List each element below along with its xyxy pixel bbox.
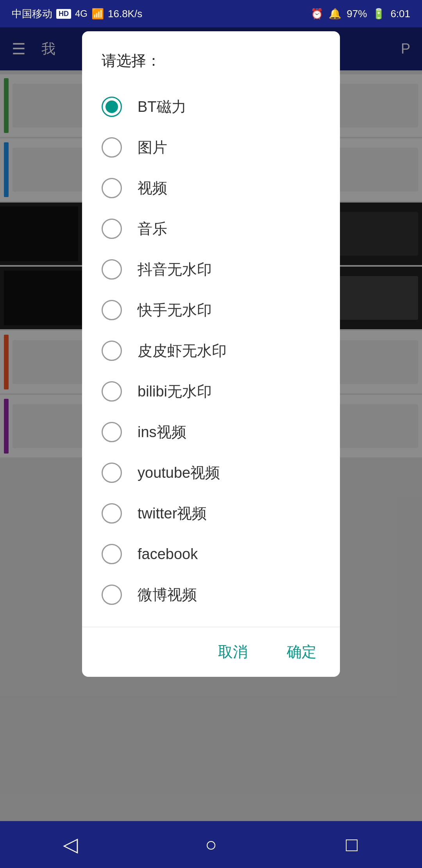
dialog-overlay: 请选择： BT磁力图片视频音乐抖音无水印快手无水印皮皮虾无水印bilibi无水印…	[0, 0, 422, 868]
radio-item-kuaishou[interactable]: 快手无水印	[102, 290, 320, 330]
radio-list: BT磁力图片视频音乐抖音无水印快手无水印皮皮虾无水印bilibi无水印ins视频…	[102, 86, 320, 615]
radio-circle-facebook	[102, 544, 122, 564]
confirm-button[interactable]: 确定	[279, 638, 324, 666]
radio-circle-image	[102, 137, 122, 158]
network-badge: 4G	[75, 8, 88, 19]
alarm-icon: ⏰	[311, 8, 323, 20]
radio-item-bilibili[interactable]: bilibi无水印	[102, 371, 320, 412]
mute-icon: 🔔	[329, 8, 341, 20]
radio-item-facebook[interactable]: facebook	[102, 534, 320, 574]
battery-label: 97%	[347, 8, 367, 20]
dialog-body: 请选择： BT磁力图片视频音乐抖音无水印快手无水印皮皮虾无水印bilibi无水印…	[82, 31, 340, 627]
radio-label-music: 音乐	[138, 219, 167, 239]
radio-item-ins[interactable]: ins视频	[102, 412, 320, 452]
back-icon: ◁	[63, 833, 78, 856]
dialog: 请选择： BT磁力图片视频音乐抖音无水印快手无水印皮皮虾无水印bilibi无水印…	[82, 31, 340, 677]
radio-item-twitter[interactable]: twitter视频	[102, 493, 320, 534]
cancel-button[interactable]: 取消	[210, 638, 256, 666]
status-bar: 中国移动 HD 4G 📶 16.8K/s ⏰ 🔔 97% 🔋 6:01	[0, 0, 422, 27]
radio-label-douyin: 抖音无水印	[138, 260, 212, 280]
radio-item-weibo[interactable]: 微博视频	[102, 574, 320, 615]
home-button[interactable]: ○	[195, 829, 227, 860]
radio-label-twitter: twitter视频	[138, 504, 207, 524]
radio-item-youtube[interactable]: youtube视频	[102, 452, 320, 493]
radio-circle-kuaishou	[102, 300, 122, 320]
recent-icon: □	[346, 833, 358, 856]
radio-item-ppxia[interactable]: 皮皮虾无水印	[102, 330, 320, 371]
radio-circle-video	[102, 178, 122, 198]
radio-item-video[interactable]: 视频	[102, 168, 320, 208]
radio-circle-bt	[102, 97, 122, 117]
time-label: 6:01	[390, 8, 410, 20]
radio-label-ins: ins视频	[138, 422, 186, 442]
speed-label: 16.8K/s	[108, 8, 142, 20]
radio-label-video: 视频	[138, 178, 167, 198]
radio-label-kuaishou: 快手无水印	[138, 300, 212, 320]
radio-item-music[interactable]: 音乐	[102, 208, 320, 249]
radio-circle-ins	[102, 422, 122, 442]
radio-label-weibo: 微博视频	[138, 585, 197, 605]
radio-circle-ppxia	[102, 341, 122, 361]
radio-circle-twitter	[102, 503, 122, 524]
radio-label-image: 图片	[138, 138, 167, 158]
back-button[interactable]: ◁	[55, 829, 86, 860]
home-icon: ○	[205, 833, 217, 856]
recent-button[interactable]: □	[336, 829, 367, 860]
status-left: 中国移动 HD 4G 📶 16.8K/s	[12, 7, 142, 21]
radio-label-bilibili: bilibi无水印	[138, 382, 212, 402]
radio-item-douyin[interactable]: 抖音无水印	[102, 249, 320, 290]
carrier-label: 中国移动	[12, 7, 52, 21]
radio-circle-youtube	[102, 463, 122, 483]
hd-badge: HD	[56, 9, 71, 19]
radio-circle-bilibili	[102, 381, 122, 402]
radio-circle-weibo	[102, 585, 122, 605]
nav-bar: ◁ ○ □	[0, 821, 422, 868]
radio-item-bt[interactable]: BT磁力	[102, 86, 320, 127]
radio-label-facebook: facebook	[138, 546, 198, 563]
dialog-footer: 取消 确定	[82, 627, 340, 677]
dialog-title: 请选择：	[102, 51, 320, 71]
radio-label-youtube: youtube视频	[138, 463, 220, 483]
signal-icon: 📶	[91, 8, 104, 20]
radio-circle-douyin	[102, 259, 122, 280]
battery-icon: 🔋	[372, 8, 385, 20]
radio-circle-music	[102, 219, 122, 239]
status-right: ⏰ 🔔 97% 🔋 6:01	[311, 8, 410, 20]
radio-item-image[interactable]: 图片	[102, 127, 320, 168]
radio-label-bt: BT磁力	[138, 97, 186, 117]
radio-label-ppxia: 皮皮虾无水印	[138, 341, 227, 361]
